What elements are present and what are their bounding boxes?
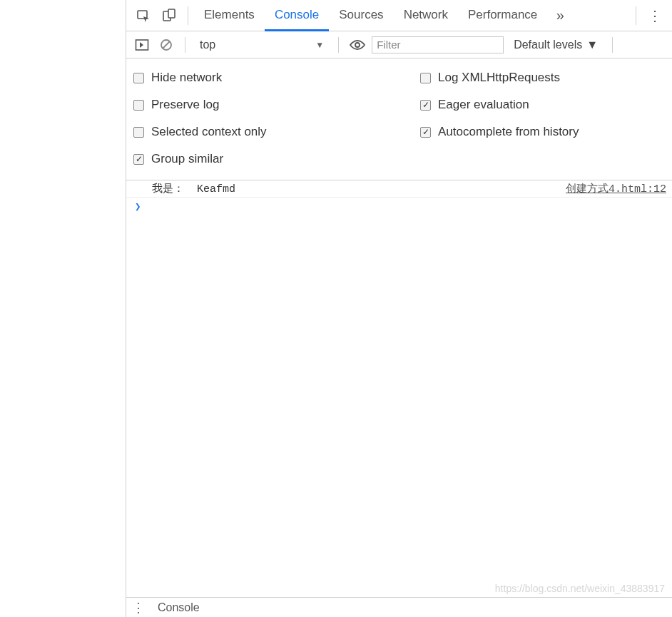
tab-list: Elements Console Sources Network Perform… xyxy=(194,0,547,31)
log-source-link[interactable]: 创建方式4.html:12 xyxy=(566,182,666,195)
drawer-menu-icon[interactable]: ⋮ xyxy=(132,601,145,614)
device-toolbar-icon[interactable] xyxy=(159,6,179,26)
tab-network[interactable]: Network xyxy=(394,1,458,31)
label-selected-context[interactable]: Selected context only xyxy=(151,125,267,139)
watermark-text: https://blog.csdn.net/weixin_43883917 xyxy=(495,583,665,594)
prompt-caret-icon: ❯ xyxy=(135,200,141,213)
label-autocomplete-history[interactable]: Autocomplete from history xyxy=(438,125,579,139)
checkbox-hide-network[interactable] xyxy=(133,73,144,83)
console-settings: Hide network Log XMLHttpRequests Preserv… xyxy=(126,58,672,180)
drawer-bar: ⋮ Console xyxy=(126,597,672,617)
log-message: 我是： Keafmd xyxy=(152,182,566,195)
devtools-panel: Elements Console Sources Network Perform… xyxy=(126,0,672,617)
log-entry: 我是： Keafmd 创建方式4.html:12 xyxy=(126,180,672,198)
page-gutter xyxy=(0,0,126,617)
checkbox-selected-context[interactable] xyxy=(133,127,144,138)
checkbox-group-similar[interactable] xyxy=(133,154,144,165)
svg-line-5 xyxy=(163,41,170,49)
console-input[interactable] xyxy=(146,200,666,213)
chevron-down-icon: ▼ xyxy=(315,40,324,50)
label-eager-eval[interactable]: Eager evaluation xyxy=(438,98,529,112)
tab-elements[interactable]: Elements xyxy=(194,1,265,31)
checkbox-autocomplete-history[interactable] xyxy=(420,127,431,138)
inspect-element-icon[interactable] xyxy=(133,6,153,26)
chevron-down-icon: ▼ xyxy=(586,39,598,51)
live-expression-icon[interactable] xyxy=(347,35,367,55)
execution-context-label: top xyxy=(200,39,215,51)
console-log-area: 我是： Keafmd 创建方式4.html:12 ❯ https://blog.… xyxy=(126,180,672,597)
divider xyxy=(185,37,185,53)
kebab-menu-icon[interactable]: ⋮ xyxy=(645,6,665,26)
divider xyxy=(636,6,636,25)
label-preserve-log[interactable]: Preserve log xyxy=(151,98,219,112)
clear-console-icon[interactable] xyxy=(156,35,176,55)
console-prompt: ❯ xyxy=(126,198,672,215)
label-hide-network[interactable]: Hide network xyxy=(151,71,222,85)
tab-console[interactable]: Console xyxy=(265,1,329,31)
log-levels-select[interactable]: Default levels ▼ xyxy=(508,39,604,51)
checkbox-preserve-log[interactable] xyxy=(133,100,144,111)
checkbox-log-xhr[interactable] xyxy=(420,73,431,83)
label-group-similar[interactable]: Group similar xyxy=(151,152,223,166)
execution-context-select[interactable]: top ▼ xyxy=(194,39,330,51)
divider xyxy=(188,6,188,25)
tab-performance[interactable]: Performance xyxy=(458,1,547,31)
label-log-xhr[interactable]: Log XMLHttpRequests xyxy=(438,71,560,85)
toggle-sidebar-icon[interactable] xyxy=(132,35,152,55)
filter-input[interactable] xyxy=(372,36,504,53)
more-tabs-icon[interactable]: » xyxy=(550,6,570,26)
tab-sources[interactable]: Sources xyxy=(329,1,393,31)
drawer-console-tab[interactable]: Console xyxy=(158,601,200,614)
log-levels-label: Default levels xyxy=(514,39,582,51)
devtools-tab-bar: Elements Console Sources Network Perform… xyxy=(126,0,672,31)
checkbox-eager-eval[interactable] xyxy=(420,100,431,111)
svg-point-6 xyxy=(355,43,360,47)
svg-rect-2 xyxy=(168,9,175,18)
divider xyxy=(612,37,613,53)
console-toolbar: top ▼ Default levels ▼ xyxy=(126,31,672,58)
divider xyxy=(338,37,339,53)
